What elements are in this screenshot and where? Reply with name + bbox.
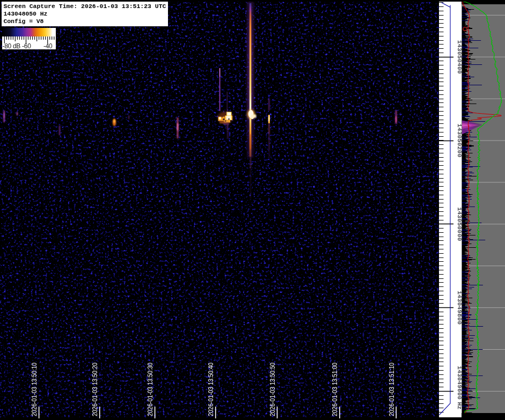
svg-text:Config = V8: Config = V8	[4, 18, 44, 25]
svg-text:-80 dB -60: -80 dB -60	[3, 42, 32, 50]
svg-text:2026-01-03 13:50:40: 2026-01-03 13:50:40	[207, 363, 215, 416]
svg-text:2026-01-03 13:50:20: 2026-01-03 13:50:20	[91, 363, 99, 416]
svg-text:2026-01-03 13:50:50: 2026-01-03 13:50:50	[269, 363, 276, 416]
svg-text:-40: -40	[43, 42, 53, 50]
svg-text:2026-01-03 13:51:10: 2026-01-03 13:51:10	[388, 363, 396, 416]
svg-text:2026-01-03 13:51:00: 2026-01-03 13:51:00	[331, 363, 339, 416]
svg-text:2026-01-03 13:50:10: 2026-01-03 13:50:10	[31, 363, 38, 416]
svg-text:2026-01-03 13:50:30: 2026-01-03 13:50:30	[147, 363, 154, 416]
svg-text:Screen Capture Time: 2026-01-0: Screen Capture Time: 2026-01-03 13:51:23…	[4, 3, 166, 10]
svg-text:143048050 Hz: 143048050 Hz	[4, 10, 48, 17]
